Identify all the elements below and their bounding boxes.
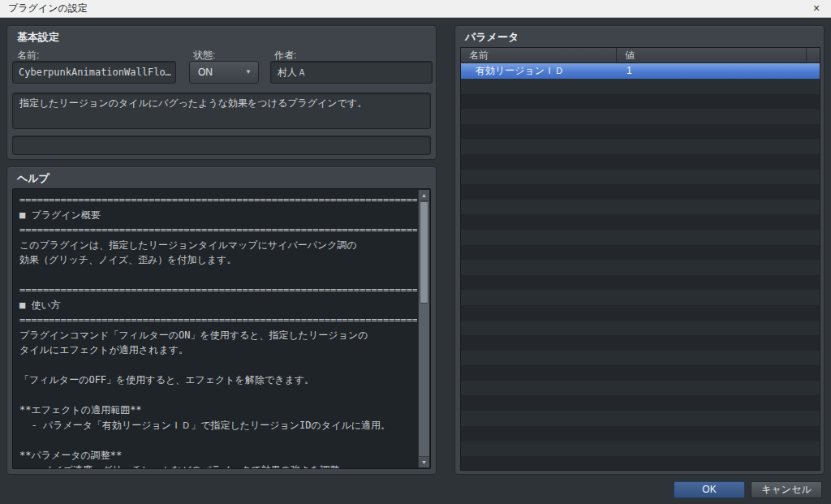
table-row[interactable] <box>461 335 820 351</box>
table-row[interactable] <box>461 260 820 275</box>
status-dropdown-value: ON <box>198 62 213 83</box>
table-row[interactable] <box>461 426 820 442</box>
table-row[interactable] <box>461 321 820 336</box>
table-row[interactable] <box>461 200 820 215</box>
table-row[interactable] <box>461 109 820 124</box>
scrollbar-thumb[interactable] <box>420 201 428 304</box>
table-row[interactable] <box>461 139 820 154</box>
scroll-up-icon[interactable]: ▲ <box>419 190 429 201</box>
table-empty-rows <box>461 79 820 471</box>
help-line: ========================================… <box>13 192 417 208</box>
help-line: タイルにエフェクトが適用されます。 <box>13 342 417 358</box>
note-field[interactable] <box>12 136 431 155</box>
help-text: ========================================… <box>13 192 417 469</box>
help-line: プラグインコマンド「フィルターのON」を使用すると、指定したリージョンの <box>13 328 417 343</box>
titlebar: プラグインの設定 × <box>0 0 831 18</box>
table-row[interactable] <box>461 365 820 381</box>
help-line <box>13 433 417 448</box>
table-row[interactable] <box>461 94 820 110</box>
table-row[interactable] <box>461 456 820 471</box>
table-row[interactable] <box>461 351 820 366</box>
table-row-selected[interactable]: 有効リージョンＩＤ 1 <box>461 63 820 79</box>
close-icon[interactable]: × <box>807 0 826 17</box>
parameters-table: 名前 値 有効リージョンＩＤ 1 <box>460 47 820 471</box>
status-dropdown[interactable]: ON ▼ <box>189 61 259 84</box>
basic-settings-group: 基本設定 名前: CyberpunkAnimationWallFlo… … 状態… <box>6 25 437 160</box>
name-field[interactable]: CyberpunkAnimationWallFlo… … <box>12 61 176 84</box>
help-line: このプラグインは、指定したリージョンタイルマップにサイバーパンク調の <box>13 238 417 253</box>
column-header-name[interactable]: 名前 <box>461 48 617 62</box>
table-row[interactable] <box>461 381 820 396</box>
table-row[interactable] <box>461 275 820 291</box>
table-row[interactable] <box>461 441 820 456</box>
table-row[interactable] <box>461 305 820 321</box>
description-field[interactable]: 指定したリージョンのタイルにバグったような効果をつけるプラグインです。 <box>12 93 431 129</box>
help-title: ヘルプ <box>17 171 50 186</box>
help-line: ■ プラグイン概要 <box>13 208 417 223</box>
table-row[interactable] <box>461 184 820 200</box>
ok-button[interactable]: OK <box>674 481 745 498</box>
help-line: **パラメータの調整** <box>13 448 417 463</box>
help-line <box>13 358 417 373</box>
help-line: ========================================… <box>13 312 417 328</box>
table-row[interactable] <box>461 290 820 305</box>
table-header: 名前 値 <box>461 48 820 63</box>
chevron-down-icon: ▼ <box>245 62 252 83</box>
help-line: **エフェクトの適用範囲** <box>13 403 417 418</box>
table-row[interactable] <box>461 154 820 170</box>
column-header-value[interactable]: 値 <box>617 48 807 62</box>
help-line <box>13 268 417 283</box>
table-row[interactable] <box>461 245 820 261</box>
help-line: - ノイズ速度、グリッチレートなどのパラメータで効果の強さを調整 <box>13 463 417 469</box>
help-line <box>13 388 417 403</box>
param-value-cell: 1 <box>617 63 820 79</box>
help-box: ========================================… <box>12 188 431 469</box>
help-line: ========================================… <box>13 222 417 238</box>
cancel-button[interactable]: キャンセル <box>751 481 822 498</box>
scroll-down-icon[interactable]: ▼ <box>419 456 429 467</box>
table-row[interactable] <box>461 395 820 411</box>
table-row[interactable] <box>461 230 820 245</box>
help-line: ■ 使い方 <box>13 298 417 313</box>
table-row[interactable] <box>461 411 820 426</box>
help-line: ========================================… <box>13 282 417 298</box>
table-row[interactable] <box>461 170 820 185</box>
author-field[interactable]: 村人Ａ <box>270 61 433 84</box>
table-row[interactable] <box>461 79 820 94</box>
basic-settings-title: 基本設定 <box>17 30 59 45</box>
help-line: - パラメータ「有効リージョンＩＤ」で指定したリージョンIDのタイルに適用。 <box>13 418 417 433</box>
parameters-group: パラメータ 名前 値 有効リージョンＩＤ 1 <box>454 25 825 475</box>
parameters-title: パラメータ <box>465 30 519 45</box>
param-name-cell: 有効リージョンＩＤ <box>461 63 617 79</box>
table-row[interactable] <box>461 214 820 230</box>
table-row[interactable] <box>461 124 820 140</box>
window-title: プラグインの設定 <box>8 0 88 17</box>
column-header-spacer <box>807 48 820 62</box>
help-scrollbar[interactable]: ▲ ▼ <box>418 190 429 467</box>
help-line: 「フィルターのOFF」を使用すると、エフェクトを解除できます。 <box>13 373 417 388</box>
help-line: 効果（グリッチ、ノイズ、歪み）を付加します。 <box>13 252 417 268</box>
help-group: ヘルプ ====================================… <box>6 166 437 475</box>
